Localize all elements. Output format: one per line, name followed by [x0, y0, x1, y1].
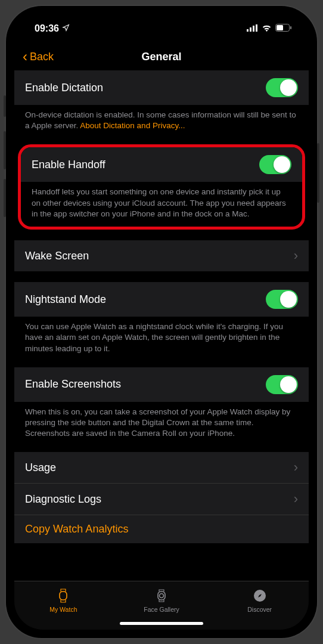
cell-label: Diagnostic Logs: [25, 493, 101, 506]
chevron-left-icon: ‹: [23, 49, 27, 64]
svg-rect-7: [60, 592, 67, 600]
dictation-toggle[interactable]: [266, 78, 298, 97]
screenshots-row[interactable]: Enable Screenshots: [14, 367, 309, 402]
cell-label: Nightstand Mode: [25, 293, 106, 306]
handoff-toggle[interactable]: [259, 155, 291, 174]
compass-icon: [252, 588, 268, 603]
wifi-icon: [262, 23, 272, 34]
svg-rect-3: [256, 24, 257, 32]
cell-label: Copy Watch Analytics: [25, 523, 128, 535]
signal-icon: [247, 23, 258, 34]
chevron-right-icon: ›: [294, 491, 298, 507]
nightstand-toggle[interactable]: [266, 290, 298, 309]
handoff-footer: Handoff lets you start something on one …: [21, 182, 302, 227]
face-gallery-icon: [154, 588, 169, 603]
copy-analytics-row[interactable]: Copy Watch Analytics: [14, 515, 309, 543]
nightstand-row[interactable]: Nightstand Mode: [14, 282, 309, 317]
chevron-right-icon: ›: [294, 248, 298, 264]
back-button[interactable]: ‹ Back: [23, 49, 54, 64]
status-time: 09:36: [35, 23, 59, 34]
wake-screen-row[interactable]: Wake Screen ›: [14, 240, 309, 271]
screenshots-footer: When this is on, you can take a screensh…: [14, 402, 309, 442]
svg-rect-5: [277, 25, 283, 30]
screenshots-toggle[interactable]: [266, 375, 298, 394]
enable-handoff-row[interactable]: Enable Handoff: [21, 147, 302, 182]
cell-label: Usage: [25, 462, 56, 474]
diagnostic-logs-row[interactable]: Diagnostic Logs ›: [14, 484, 309, 515]
enable-dictation-row[interactable]: Enable Dictation: [14, 70, 309, 105]
tab-discover[interactable]: Discover: [210, 581, 309, 619]
dictation-privacy-link[interactable]: About Dictation and Privacy...: [80, 121, 185, 130]
battery-icon: [275, 23, 292, 34]
cell-label: Enable Handoff: [32, 159, 105, 171]
usage-row[interactable]: Usage ›: [14, 452, 309, 484]
cell-label: Enable Dictation: [25, 82, 103, 94]
tab-my-watch[interactable]: My Watch: [14, 581, 113, 619]
nightstand-footer: You can use Apple Watch as a nightstand …: [14, 317, 309, 357]
page-title: General: [141, 51, 181, 63]
handoff-highlight: Enable Handoff Handoff lets you start so…: [18, 144, 305, 230]
location-icon: [62, 23, 70, 34]
svg-rect-6: [290, 26, 291, 29]
back-label: Back: [30, 51, 54, 63]
svg-point-9: [160, 593, 164, 597]
chevron-right-icon: ›: [294, 460, 298, 475]
watch-icon: [55, 588, 71, 603]
tab-label: Face Gallery: [144, 606, 179, 613]
home-indicator[interactable]: [120, 622, 203, 625]
tab-label: My Watch: [49, 606, 77, 613]
nav-bar: ‹ Back General: [14, 43, 309, 70]
cell-label: Enable Screenshots: [25, 378, 121, 391]
svg-rect-0: [247, 29, 249, 32]
tab-label: Discover: [247, 606, 272, 613]
cell-label: Wake Screen: [25, 250, 89, 262]
tab-face-gallery[interactable]: Face Gallery: [113, 581, 211, 619]
dictation-footer: On-device dictation is enabled. In some …: [14, 105, 309, 134]
svg-rect-2: [253, 26, 254, 32]
svg-rect-1: [250, 27, 251, 32]
